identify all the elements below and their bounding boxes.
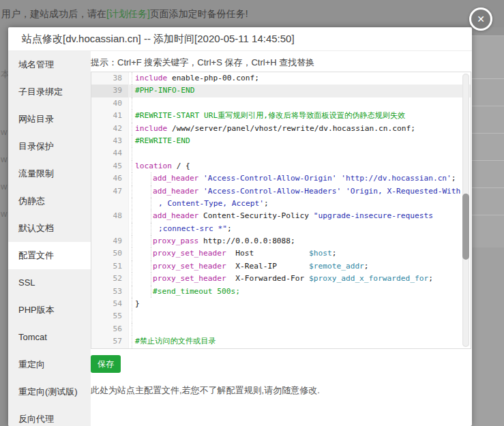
code-line[interactable]: proxy_pass http://0.0.0.0:8088;: [129, 235, 471, 247]
indent-guide: [151, 286, 151, 298]
code-line[interactable]: [129, 310, 471, 322]
line-number: 38: [91, 72, 129, 85]
code-line[interactable]: [129, 97, 471, 110]
line-number: 57: [91, 335, 129, 348]
line-number: 49: [91, 235, 129, 247]
sidebar-item[interactable]: 目录保护: [8, 133, 91, 160]
editor-scrollbar-track[interactable]: [462, 74, 469, 347]
code-rows: 38include enable-php-00.conf;39#PHP-INFO…: [91, 72, 471, 348]
indent-guide: [132, 286, 132, 298]
code-line[interactable]: add_header 'Access-Control-Allow-Headers…: [129, 185, 471, 198]
indent-guide: [132, 210, 132, 222]
line-number: 53: [91, 286, 129, 298]
code-line[interactable]: [129, 323, 471, 335]
indent-guide: [151, 247, 151, 260]
code-row: 50proxy_set_header Host $host;: [91, 247, 471, 260]
code-line[interactable]: , Content-Type, Accept';: [129, 198, 471, 210]
indent-guide: [132, 335, 132, 348]
indent-guide: [132, 273, 132, 285]
indent-guide: [151, 172, 151, 185]
code-line[interactable]: #PHP-INFO-END: [129, 85, 471, 97]
indent-guide: [151, 235, 151, 247]
site-edit-dialog: 站点修改[dv.hocassian.cn] -- 添加时间[2020-05-11…: [8, 27, 472, 426]
code-line[interactable]: #REWRITE-END: [129, 135, 471, 147]
indent-guide: [132, 185, 132, 198]
indent-guide: [132, 235, 132, 247]
sidebar-item[interactable]: SSL: [8, 269, 91, 296]
background-lower-area: [472, 247, 504, 426]
code-line[interactable]: [129, 147, 471, 159]
line-number: 39: [91, 85, 129, 97]
line-number: 44: [91, 147, 129, 159]
code-line[interactable]: proxy_set_header Host $host;: [129, 247, 471, 260]
indent-guide: [132, 135, 132, 147]
sidebar-item[interactable]: Tomcat: [8, 324, 91, 351]
code-line[interactable]: location / {: [129, 160, 471, 172]
indent-guide: [132, 310, 132, 322]
code-row: 46add_header 'Access-Control-Allow-Origi…: [91, 172, 471, 185]
sidebar-item[interactable]: 子目录绑定: [8, 78, 91, 106]
sidebar-item[interactable]: PHP版本: [8, 296, 91, 324]
code-row: 45location / {: [91, 160, 471, 172]
sidebar-item[interactable]: 重定向(测试版): [8, 378, 91, 406]
dialog-sidebar: 域名管理子目录绑定网站目录目录保护流量限制伪静态默认文档配置文件SSLPHP版本…: [8, 51, 91, 426]
sidebar-item[interactable]: 默认文档: [8, 215, 91, 242]
code-line[interactable]: #禁止访问的文件或目录: [129, 335, 471, 348]
code-row: 54}: [91, 298, 471, 310]
indent-guide: [132, 85, 132, 97]
indent-guide: [132, 223, 132, 235]
code-line[interactable]: }: [129, 298, 471, 310]
background-table: [472, 27, 504, 426]
background-text-fragment: w: [1, 127, 7, 137]
config-warning-note: 此处为站点主配置文件,若您不了解配置规则,请勿随意修改.: [91, 384, 472, 397]
background-text-fragment: 本: [1, 68, 8, 80]
indent-guide: [132, 247, 132, 260]
background-text-fragment: w: [1, 181, 7, 192]
background-text-fragment: w: [1, 209, 7, 219]
sidebar-item[interactable]: 伪静态: [8, 187, 91, 215]
code-line[interactable]: add_header Content-Security-Policy "upgr…: [129, 210, 471, 222]
sidebar-item[interactable]: 流量限制: [8, 160, 91, 187]
code-row: 47add_header 'Access-Control-Allow-Heade…: [91, 185, 471, 198]
screen: 用户，建站成功后，请在[计划任务]页面添加定时备份任务! 本wwww 站点修改[…: [0, 0, 504, 426]
indent-guide: [132, 72, 132, 85]
indent-guide: [132, 198, 132, 210]
indent-guide: [132, 172, 132, 185]
code-row: , Content-Type, Accept';: [91, 198, 471, 210]
line-number: 50: [91, 247, 129, 260]
line-number: 55: [91, 310, 129, 322]
sidebar-item[interactable]: 配置文件: [8, 242, 91, 269]
sidebar-item[interactable]: 域名管理: [8, 51, 91, 78]
code-line[interactable]: #REWRITE-START URL重写规则引用,修改后将导致面板设置的伪静态规…: [129, 110, 471, 122]
sidebar-item[interactable]: 网站目录: [8, 106, 91, 133]
code-line[interactable]: ;connect-src *";: [129, 223, 471, 235]
indent-guide: [132, 323, 132, 335]
sidebar-item[interactable]: 反向代理: [8, 406, 91, 426]
indent-guide: [132, 147, 132, 159]
line-number: 56: [91, 323, 129, 335]
close-icon[interactable]: ✕: [469, 7, 492, 31]
code-line[interactable]: include enable-php-00.conf;: [129, 72, 471, 85]
code-line[interactable]: proxy_set_header X-Real-IP $remote_addr;: [129, 260, 471, 273]
background-topbar: 用户，建站成功后，请在[计划任务]页面添加定时备份任务!: [0, 0, 504, 27]
line-number: 47: [91, 185, 129, 198]
code-line[interactable]: include /www/server/panel/vhost/rewrite/…: [129, 123, 471, 135]
code-line[interactable]: proxy_set_header X-Forwarded-For $proxy_…: [129, 273, 471, 285]
code-row: 44: [91, 147, 471, 159]
indent-guide: [151, 198, 151, 210]
sidebar-item[interactable]: 重定向: [8, 351, 91, 378]
editor-scrollbar-thumb[interactable]: [462, 194, 469, 259]
dialog-title: 站点修改[dv.hocassian.cn] -- 添加时间[2020-05-11…: [8, 27, 472, 51]
code-line[interactable]: add_header 'Access-Control-Allow-Origin'…: [129, 172, 471, 185]
code-row: ;connect-src *";: [91, 223, 471, 235]
code-row: 39#PHP-INFO-END: [91, 85, 471, 97]
indent-guide: [132, 160, 132, 172]
indent-guide: [132, 110, 132, 122]
save-button[interactable]: 保存: [91, 355, 121, 373]
indent-guide: [151, 210, 151, 222]
config-code-editor[interactable]: 38include enable-php-00.conf;39#PHP-INFO…: [91, 72, 471, 349]
code-row: 57#禁止访问的文件或目录: [91, 335, 471, 348]
line-number: 40: [91, 97, 129, 110]
background-text-fragment: w: [1, 154, 7, 164]
code-line[interactable]: #send_timeout 500s;: [129, 286, 471, 298]
